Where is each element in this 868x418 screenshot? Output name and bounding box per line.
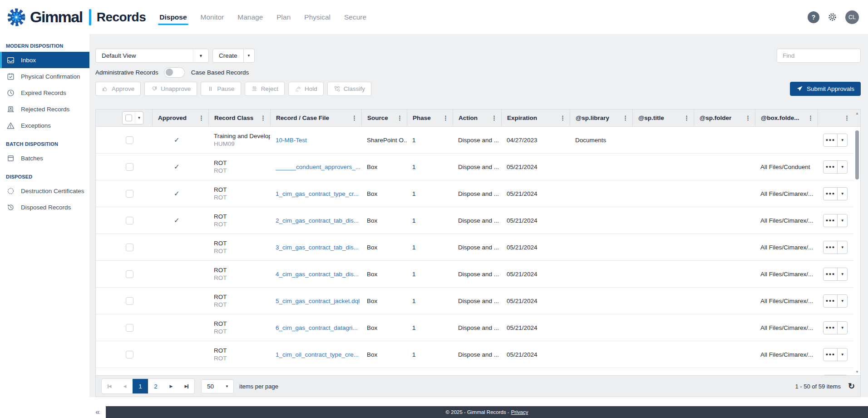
create-button[interactable]: Create ▼: [212, 49, 255, 63]
scrollbar-track[interactable]: [854, 117, 860, 368]
column-menu-icon[interactable]: ⋮: [198, 114, 204, 121]
column-menu-icon[interactable]: ⋮: [443, 114, 449, 121]
ellipsis-icon[interactable]: ●●●: [824, 188, 837, 200]
column-menu-icon[interactable]: ⋮: [397, 114, 403, 121]
sidebar-item-batches[interactable]: Batches: [0, 150, 89, 166]
row-checkbox[interactable]: [126, 351, 133, 358]
column-header-approved[interactable]: Approved⋮: [152, 109, 208, 126]
record-link[interactable]: 6_cim_gas_contract_datagri...: [276, 324, 358, 331]
pager-page-2[interactable]: 2: [148, 379, 163, 393]
row-checkbox[interactable]: [126, 270, 133, 278]
chevron-down-icon[interactable]: ▼: [135, 112, 143, 124]
chevron-down-icon[interactable]: ▼: [837, 295, 847, 307]
nav-physical[interactable]: Physical: [304, 0, 330, 34]
ellipsis-icon[interactable]: ●●●: [824, 161, 837, 173]
ellipsis-icon[interactable]: ●●●: [824, 322, 837, 334]
chevron-down-icon[interactable]: ▼: [193, 49, 208, 62]
chevron-down-icon[interactable]: ▼: [243, 49, 254, 62]
sidebar-item-inbox[interactable]: Inbox: [0, 52, 89, 68]
column-header-record-case-file[interactable]: Record / Case File⋮: [270, 109, 361, 126]
row-actions-button[interactable]: ●●●▼: [823, 160, 848, 174]
sidebar-collapse-icon[interactable]: «: [89, 406, 106, 418]
create-button-label[interactable]: Create: [213, 49, 243, 62]
page-size-select[interactable]: 50 ▼: [201, 379, 234, 393]
select-all-control[interactable]: ▼: [122, 111, 143, 124]
scroll-up-icon[interactable]: ▲: [854, 109, 860, 117]
record-link[interactable]: 1_cim_gas_contract_type_cr...: [276, 190, 359, 197]
refresh-icon[interactable]: ↻: [848, 381, 855, 391]
column-menu-icon[interactable]: ⋮: [622, 114, 628, 121]
sidebar-item-exceptions[interactable]: Exceptions: [0, 117, 89, 134]
reject-button[interactable]: Reject: [245, 82, 285, 96]
column-menu-icon[interactable]: ⋮: [844, 114, 850, 121]
column-header-source[interactable]: Source⋮: [361, 109, 407, 126]
sidebar-item-expired-records[interactable]: Expired Records: [0, 85, 89, 101]
sidebar-item-rejected-records[interactable]: Rejected Records: [0, 101, 89, 117]
row-actions-button[interactable]: ●●●▼: [823, 348, 848, 361]
row-actions-button[interactable]: ●●●▼: [823, 268, 848, 281]
record-link[interactable]: ______conduent_approvers_...: [276, 164, 360, 170]
record-link[interactable]: 3_cim_gas_contract_tab_dis...: [276, 244, 359, 251]
chevron-down-icon[interactable]: ▼: [837, 214, 847, 227]
pager-page-1[interactable]: 1: [133, 379, 148, 393]
chevron-down-icon[interactable]: ▼: [837, 241, 847, 254]
chevron-down-icon[interactable]: ▼: [837, 161, 847, 173]
nav-monitor[interactable]: Monitor: [201, 0, 224, 34]
row-checkbox[interactable]: [126, 244, 133, 251]
column-menu-icon[interactable]: ⋮: [808, 114, 814, 121]
nav-plan[interactable]: Plan: [276, 0, 291, 34]
chevron-down-icon[interactable]: ▼: [837, 348, 847, 361]
record-link[interactable]: 4_cim_gas_contract_tab_dis...: [276, 271, 359, 278]
column-menu-icon[interactable]: ⋮: [491, 114, 497, 121]
sidebar-item-physical-confirmation[interactable]: Physical Confirmation: [0, 68, 89, 85]
find-input[interactable]: [777, 49, 861, 63]
row-checkbox[interactable]: [126, 190, 133, 198]
column-menu-icon[interactable]: ⋮: [260, 114, 266, 121]
scrollbar-thumb[interactable]: [855, 130, 859, 179]
pager-first-button[interactable]: ◀: [102, 379, 117, 393]
ellipsis-icon[interactable]: ●●●: [824, 214, 837, 227]
approve-button[interactable]: Approve: [95, 82, 141, 96]
chevron-down-icon[interactable]: ▼: [837, 322, 847, 334]
record-link[interactable]: 1_cim_oil_contract_type_cre...: [276, 351, 359, 358]
row-actions-button[interactable]: ●●●▼: [823, 187, 848, 200]
record-link[interactable]: 2_cim_gas_contract_tab_dis...: [276, 217, 359, 224]
classify-button[interactable]: Classify: [327, 82, 371, 96]
record-link[interactable]: 5_cim_gas_contract_jacket.dql: [276, 298, 360, 304]
row-checkbox[interactable]: [126, 217, 133, 224]
ellipsis-icon[interactable]: ●●●: [824, 241, 837, 254]
row-actions-button[interactable]: ●●●▼: [823, 321, 848, 334]
ellipsis-icon[interactable]: ●●●: [824, 134, 837, 146]
settings-gear-icon[interactable]: [827, 12, 838, 22]
row-actions-button[interactable]: ●●●▼: [823, 241, 848, 254]
column-menu-icon[interactable]: ⋮: [560, 114, 566, 121]
pause-button[interactable]: Pause: [201, 82, 241, 96]
column-menu-icon[interactable]: ⋮: [684, 114, 690, 121]
avatar[interactable]: CL: [845, 10, 859, 24]
row-checkbox[interactable]: [126, 297, 133, 305]
row-checkbox[interactable]: [126, 324, 133, 332]
column-header-sp-folder[interactable]: @sp.folder⋮: [694, 109, 755, 126]
sidebar-item-disposed-records[interactable]: Disposed Records: [0, 199, 89, 215]
column-header-phase[interactable]: Phase⋮: [407, 109, 453, 126]
hold-button[interactable]: Hold: [288, 82, 324, 96]
sidebar-item-destruction-certificates[interactable]: Destruction Certificates: [0, 183, 89, 199]
privacy-link[interactable]: Privacy: [511, 409, 528, 415]
column-header-box-folde[interactable]: @box.folde...⋮: [755, 109, 818, 126]
column-header-expiration[interactable]: Expiration⋮: [501, 109, 570, 126]
pager-prev-button[interactable]: ◀: [117, 379, 133, 393]
pager-last-button[interactable]: ▶: [179, 379, 194, 393]
column-header-sp-library[interactable]: @sp.library⋮: [570, 109, 632, 126]
chevron-down-icon[interactable]: ▼: [837, 134, 847, 146]
row-actions-button[interactable]: ●●●▼: [823, 214, 848, 227]
ellipsis-icon[interactable]: ●●●: [824, 348, 837, 361]
row-checkbox[interactable]: [126, 163, 133, 171]
chevron-down-icon[interactable]: ▼: [837, 268, 847, 280]
column-menu-icon[interactable]: ⋮: [351, 114, 357, 121]
select-all-checkbox[interactable]: [125, 114, 132, 121]
unapprove-button[interactable]: Unapprove: [144, 82, 197, 96]
scroll-down-icon[interactable]: ▼: [854, 368, 860, 375]
view-select[interactable]: Default View ▼: [95, 49, 209, 63]
ellipsis-icon[interactable]: ●●●: [824, 268, 837, 280]
nav-manage[interactable]: Manage: [237, 0, 263, 34]
